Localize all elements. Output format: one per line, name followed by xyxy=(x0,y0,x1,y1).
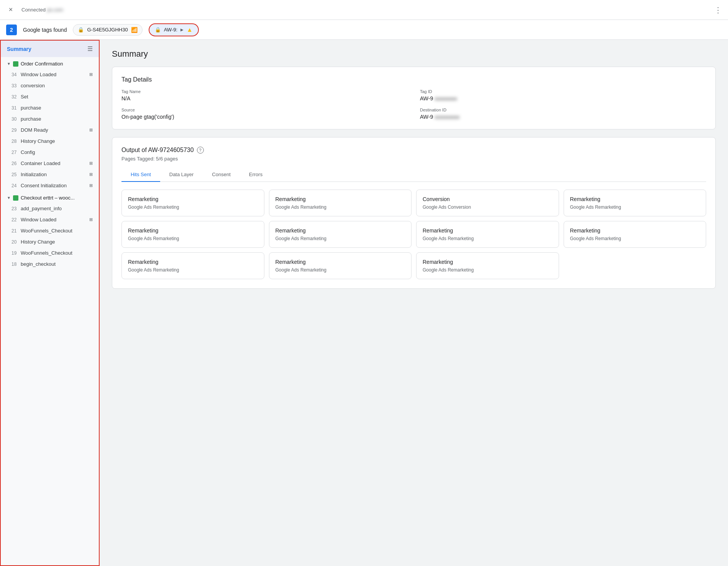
widget-icon: ⊞ xyxy=(89,217,93,222)
tag-details-card: Tag Details Tag Name N/A Tag ID AW-9 xxx… xyxy=(112,67,716,129)
section-label: Order Confirmation xyxy=(21,61,63,67)
output-title: Output of AW-9724605730 xyxy=(121,147,194,154)
section-label: Checkout erttrt – wooc... xyxy=(21,195,75,201)
sidebar-item[interactable]: 21 WooFunnels_Checkout xyxy=(1,225,99,236)
hit-card[interactable]: Remarketing Google Ads Remarketing xyxy=(564,190,707,216)
top-bar: × Connected ps.com ⋮ xyxy=(0,0,728,20)
sidebar-item[interactable]: 24 Consent Initialization ⊞ xyxy=(1,180,99,191)
hit-card-subtitle: Google Ads Remarketing xyxy=(128,204,258,210)
sidebar: Summary ☰ ▼ Order Confirmation 34 Window… xyxy=(0,40,100,566)
dest-id-label: Destination ID xyxy=(420,108,706,112)
hit-card-title: Remarketing xyxy=(275,259,405,265)
sidebar-title: Summary xyxy=(7,46,31,52)
widget-icon: ⊞ xyxy=(89,128,93,133)
tag-name-value: N/A xyxy=(121,95,408,101)
output-tabs: Hits Sent Data Layer Consent Errors xyxy=(121,168,706,182)
pages-tagged: Pages Tagged: 5/6 pages xyxy=(121,156,706,162)
sidebar-item[interactable]: 23 add_payment_info xyxy=(1,203,99,214)
hit-card[interactable]: Conversion Google Ads Conversion xyxy=(416,190,559,216)
sidebar-item[interactable]: 30 purchase xyxy=(1,113,99,124)
sidebar-item[interactable]: 22 Window Loaded ⊞ xyxy=(1,214,99,225)
sidebar-section-checkout[interactable]: ▼ Checkout erttrt – wooc... xyxy=(1,191,99,203)
connection-status: Connected xyxy=(21,7,46,13)
ga-tag-label: G-S4E5GJGHH30 xyxy=(87,27,128,33)
sidebar-section-order-confirmation[interactable]: ▼ Order Confirmation xyxy=(1,57,99,69)
source-field: Source On-page gtag('config') xyxy=(121,108,408,120)
hit-card[interactable]: Remarketing Google Ads Remarketing xyxy=(269,252,412,279)
sidebar-item[interactable]: 29 DOM Ready ⊞ xyxy=(1,124,99,136)
hit-card-subtitle: Google Ads Remarketing xyxy=(423,236,553,241)
hit-card-subtitle: Google Ads Remarketing xyxy=(128,236,258,241)
hit-card-title: Remarketing xyxy=(423,259,553,265)
hit-card-title: Remarketing xyxy=(423,227,553,234)
sidebar-item[interactable]: 20 History Change xyxy=(1,236,99,247)
widget-icon: ⊞ xyxy=(89,72,93,77)
hit-card-title: Remarketing xyxy=(128,196,258,202)
tab-hits-sent[interactable]: Hits Sent xyxy=(121,168,160,182)
source-value: On-page gtag('config') xyxy=(121,114,408,120)
page-title: Summary xyxy=(112,49,716,59)
hit-card-subtitle: Google Ads Remarketing xyxy=(570,236,700,241)
hit-card[interactable]: Remarketing Google Ads Remarketing xyxy=(416,221,559,248)
info-icon[interactable]: ? xyxy=(197,147,204,154)
aw-tag-label: AW-9: xyxy=(164,27,177,33)
sidebar-item[interactable]: 33 conversion xyxy=(1,80,99,91)
tag-count-badge: 2 xyxy=(6,25,17,35)
output-card: Output of AW-9724605730 ? Pages Tagged: … xyxy=(112,137,716,289)
content-area: Summary Tag Details Tag Name N/A Tag ID … xyxy=(100,40,728,566)
hit-card[interactable]: Remarketing Google Ads Remarketing xyxy=(564,221,707,248)
hit-card-title: Remarketing xyxy=(570,227,700,234)
tab-data-layer[interactable]: Data Layer xyxy=(160,168,203,182)
aw-tag-chip[interactable]: 🔒 AW-9: ▶ ▲ xyxy=(149,23,199,36)
widget-icon: ⊞ xyxy=(89,183,93,188)
status-dot xyxy=(13,195,18,201)
more-options-button[interactable]: ⋮ xyxy=(714,5,722,15)
sidebar-item[interactable]: 26 Container Loaded ⊞ xyxy=(1,158,99,169)
tag-id-label: Tag ID xyxy=(420,89,706,94)
tab-consent[interactable]: Consent xyxy=(203,168,239,182)
sidebar-item[interactable]: 32 Set xyxy=(1,91,99,102)
hit-card-subtitle: Google Ads Remarketing xyxy=(275,204,405,210)
chevron-down-icon: ▼ xyxy=(7,62,11,66)
hit-card-title: Remarketing xyxy=(128,259,258,265)
tag-details-title: Tag Details xyxy=(121,76,706,83)
domain-text: ps.com xyxy=(47,7,63,13)
ga-tag-chip[interactable]: 🔒 G-S4E5GJGHH30 📶 xyxy=(73,24,142,36)
tab-errors[interactable]: Errors xyxy=(240,168,272,182)
sidebar-item[interactable]: 25 Initialization ⊞ xyxy=(1,169,99,180)
hit-card[interactable]: Remarketing Google Ads Remarketing xyxy=(416,252,559,279)
sidebar-item[interactable]: 28 History Change xyxy=(1,136,99,147)
hit-card[interactable]: Remarketing Google Ads Remarketing xyxy=(269,190,412,216)
hit-card-title: Remarketing xyxy=(570,196,700,202)
hit-card-subtitle: Google Ads Conversion xyxy=(423,204,553,210)
close-button[interactable]: × xyxy=(6,5,15,15)
hit-card-subtitle: Google Ads Remarketing xyxy=(423,267,553,273)
source-label: Source xyxy=(121,108,408,112)
hit-card-subtitle: Google Ads Remarketing xyxy=(275,236,405,241)
sidebar-item[interactable]: 34 Window Loaded ⊞ xyxy=(1,69,99,80)
hit-card[interactable]: Remarketing Google Ads Remarketing xyxy=(121,252,264,279)
sidebar-item[interactable]: 19 WooFunnels_Checkout xyxy=(1,247,99,258)
tag-id-field: Tag ID AW-9 xxxxxxxxx xyxy=(420,89,706,101)
hit-card-subtitle: Google Ads Remarketing xyxy=(275,267,405,273)
ga-tag-icon: 🔒 xyxy=(78,27,84,33)
google-tags-label: Google tags found xyxy=(23,27,67,33)
hit-card-title: Remarketing xyxy=(128,227,258,234)
hit-card-subtitle: Google Ads Remarketing xyxy=(570,204,700,210)
sidebar-item[interactable]: 18 begin_checkout xyxy=(1,258,99,270)
hit-card[interactable]: Remarketing Google Ads Remarketing xyxy=(269,221,412,248)
aw-chevron-icon: ▶ xyxy=(180,28,184,32)
dest-id-field: Destination ID AW-9 xxxxxxxxxx xyxy=(420,108,706,120)
sidebar-item[interactable]: 27 Config xyxy=(1,147,99,158)
ga-signal-icon: 📶 xyxy=(131,27,138,33)
hit-card[interactable]: Remarketing Google Ads Remarketing xyxy=(121,190,264,216)
hit-card-title: Conversion xyxy=(423,196,553,202)
main-layout: Summary ☰ ▼ Order Confirmation 34 Window… xyxy=(0,40,728,566)
widget-icon: ⊞ xyxy=(89,161,93,166)
chevron-down-icon: ▼ xyxy=(7,196,11,200)
sidebar-filter-icon[interactable]: ☰ xyxy=(87,45,93,52)
widget-icon: ⊞ xyxy=(89,172,93,177)
ads-triangle-icon: ▲ xyxy=(187,26,193,33)
sidebar-item[interactable]: 31 purchase xyxy=(1,102,99,113)
hit-card[interactable]: Remarketing Google Ads Remarketing xyxy=(121,221,264,248)
